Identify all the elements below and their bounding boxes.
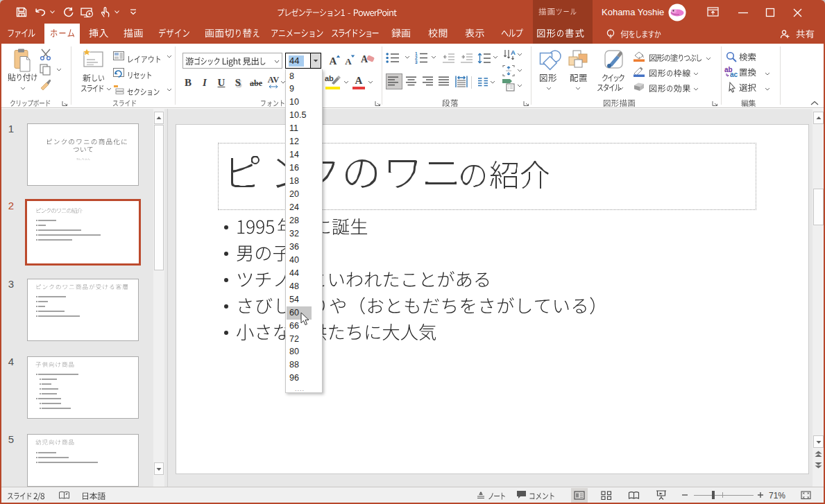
svg-text:3: 3 [415, 60, 418, 64]
svg-text:A: A [511, 49, 516, 56]
svg-text:ac: ac [730, 71, 738, 78]
